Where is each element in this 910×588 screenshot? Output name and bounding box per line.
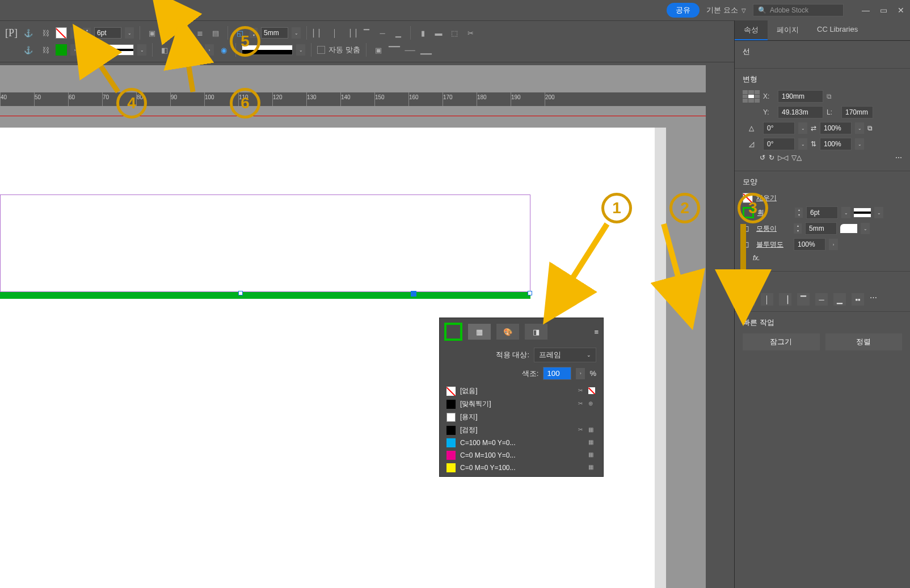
align-vcenter-btn[interactable]: ─ (815, 293, 828, 306)
rotate-ccw-icon[interactable]: ↺ (760, 154, 765, 162)
corner-dd[interactable]: ⌄ (292, 27, 301, 39)
stock-search[interactable]: 🔍 Adobe Stock (753, 4, 844, 16)
tab-cclibraries[interactable]: CC Libraries (808, 20, 867, 40)
corner-input2[interactable] (805, 222, 837, 235)
close-button[interactable]: ✕ (898, 6, 904, 15)
gradient-swatch[interactable] (242, 45, 293, 55)
flip-v-icon[interactable]: ⇅ (811, 140, 816, 148)
guide-line[interactable] (0, 116, 706, 116)
rotate-input[interactable] (763, 122, 795, 134)
swatch-item[interactable]: [맞춰찍기]✂⊕ (440, 397, 603, 411)
opacity-input2[interactable] (794, 238, 825, 251)
align-center-icon[interactable]: │ (328, 27, 341, 39)
stroke-weight-dd2[interactable]: ⌄ (841, 207, 850, 218)
align-right-btn[interactable]: ▕ (779, 293, 791, 306)
fill-color-swatch[interactable] (743, 193, 753, 203)
stroke-weight-input2[interactable] (806, 206, 838, 219)
swatch-item[interactable]: C=0 M=100 Y=0...▦ (440, 449, 603, 462)
scale-v-dd[interactable]: ⌄ (855, 138, 864, 150)
popup-menu-icon[interactable]: ≡ (594, 328, 599, 336)
align-hcenter-btn[interactable]: │ (761, 293, 773, 306)
opacity-icon[interactable]: ◧ (158, 44, 171, 56)
stroke-weight-input[interactable] (94, 27, 121, 39)
lock-button[interactable]: 잠그기 (743, 333, 820, 350)
link-scale-icon[interactable]: ⧉ (867, 124, 873, 132)
align-top-icon[interactable]: ▔ (360, 27, 373, 39)
tint-dd[interactable]: › (576, 368, 585, 379)
stroke-style-chev[interactable]: ⌄ (137, 44, 146, 56)
swatch-mode-tab[interactable]: ▦ (468, 324, 491, 340)
autofit-checkbox[interactable]: 자동 맞춤 (317, 45, 360, 55)
swatch-item[interactable]: [검정]✂▦ (440, 424, 603, 437)
current-swatch-preview[interactable] (444, 323, 462, 341)
x-input[interactable] (778, 90, 823, 103)
fx-icon[interactable]: fx (178, 27, 190, 39)
rotate-cw-icon[interactable]: ↻ (769, 154, 774, 162)
stroke-weight-stepper[interactable]: ▴▾ (83, 28, 91, 38)
fill-swatch[interactable] (56, 27, 67, 39)
dist-top-icon[interactable]: ▔▔ (388, 44, 401, 56)
distribute-h-icon[interactable]: ▮ (416, 27, 429, 39)
stroke-weight-stepper2[interactable]: ▴▾ (795, 208, 803, 218)
stroke-style-dd2[interactable]: ⌄ (874, 207, 883, 218)
stroke-weight-dd[interactable]: ⌄ (125, 27, 134, 39)
stroke-style-preview[interactable] (854, 208, 871, 217)
paragraph-style-icon[interactable]: [P] (5, 26, 18, 40)
gradient-dd[interactable]: ⌄ (296, 44, 305, 56)
blend-icon[interactable]: ◉ (217, 44, 230, 56)
align-bottom-icon[interactable]: ▁ (392, 27, 405, 39)
selection-frame[interactable] (0, 194, 530, 292)
corner-stepper[interactable]: ▴▾ (250, 28, 258, 38)
workspace-switcher[interactable]: 기본 요소 ▽ (706, 5, 746, 15)
frame-fit-icon[interactable]: ▣ (146, 27, 158, 39)
anchor2-icon[interactable]: ⚓ (22, 43, 35, 57)
fill-dropdown[interactable]: › (70, 27, 79, 39)
link-xy-icon[interactable]: ⧉ (827, 92, 832, 100)
align-right-icon[interactable]: ▕▕ (344, 27, 357, 39)
shear-input[interactable] (763, 138, 795, 150)
chain2-icon[interactable]: ⛓ (39, 43, 52, 57)
scale-v-input[interactable] (820, 138, 852, 150)
distribute-btn[interactable]: ▪▪ (852, 293, 864, 306)
stroke-style-dd[interactable] (83, 44, 134, 56)
align-button[interactable]: 정렬 (825, 333, 903, 350)
text-wrap2-icon[interactable]: ▤ (209, 27, 222, 39)
selection-handle-center[interactable] (411, 291, 416, 297)
align-vcenter-icon[interactable]: ─ (376, 27, 389, 39)
selection-handle[interactable] (238, 291, 243, 295)
swatch-item[interactable]: [용지] (440, 411, 603, 424)
swatch-item[interactable]: C=0 M=0 Y=100...▦ (440, 462, 603, 474)
scale-h-input[interactable] (820, 122, 852, 134)
swatch-item[interactable]: C=100 M=0 Y=0...▦ (440, 437, 603, 449)
anchor-icon[interactable]: ⚓ (22, 26, 35, 40)
rotate-dd[interactable]: ⌄ (798, 122, 807, 134)
share-button[interactable]: 공유 (667, 3, 700, 18)
mirror-v-icon[interactable]: ▽△ (791, 154, 802, 162)
crop-icon[interactable]: ✂ (464, 27, 477, 39)
align-bottom-btn[interactable]: ▁ (833, 293, 846, 306)
maximize-button[interactable]: ▭ (880, 6, 887, 15)
opacity-dd[interactable]: › (205, 44, 214, 56)
stroke-color-swatch[interactable] (743, 207, 754, 218)
corner-stepper2[interactable]: ▴▾ (794, 223, 802, 234)
horizontal-ruler[interactable]: 4050607080901001101201301401501601701801… (0, 92, 706, 106)
align-more-icon[interactable]: ⋯ (870, 293, 877, 306)
opacity-dd2[interactable]: › (829, 239, 838, 250)
dist-mid-icon[interactable]: ── (404, 44, 416, 56)
swatch-item[interactable]: [없음]✂ (440, 384, 603, 397)
dist-bot-icon[interactable]: ▁▁ (420, 44, 432, 56)
selection-handle[interactable] (528, 291, 532, 295)
align-left-icon[interactable]: ▏▏ (313, 27, 325, 39)
tint-input[interactable] (543, 367, 571, 380)
align-top-btn[interactable]: ▔ (797, 293, 810, 306)
fx-icon2[interactable]: fx. (753, 254, 760, 262)
opacity-input[interactable] (174, 44, 201, 56)
text-wrap-icon[interactable]: ≣ (193, 27, 206, 39)
distribute-v-icon[interactable]: ▬ (432, 27, 445, 39)
stroke-swatch[interactable] (56, 44, 67, 56)
y-input[interactable] (778, 106, 823, 119)
corner-type-icon[interactable]: ◱ (234, 27, 246, 39)
corner-style-preview[interactable] (840, 224, 857, 233)
reference-point-grid[interactable] (743, 90, 760, 103)
selected-line-object[interactable] (0, 292, 530, 299)
